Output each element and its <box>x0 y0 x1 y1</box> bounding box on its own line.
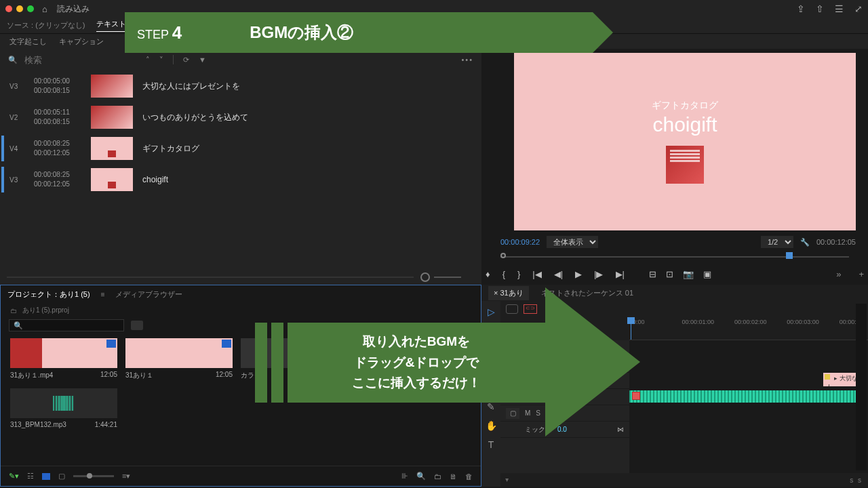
nest-icon[interactable]: ⊂⊃ <box>524 304 537 314</box>
mark-in-icon[interactable]: { <box>502 269 505 279</box>
workspace-label[interactable]: 読み込み <box>57 3 90 15</box>
next-match-icon[interactable]: ˅ <box>159 56 163 64</box>
current-timecode[interactable]: 00:00:09:22 <box>500 238 540 246</box>
mark-out-icon[interactable]: } <box>517 269 520 279</box>
track-a2[interactable]: ▢MS🎤 <box>500 405 629 422</box>
search-icon[interactable]: 🔍 <box>8 56 18 64</box>
new-bin-icon[interactable] <box>131 321 143 330</box>
refresh-icon[interactable]: ⟳ <box>183 56 189 64</box>
project-item[interactable]: 31あり１12:05 <box>125 338 233 380</box>
subtab-transcribe[interactable]: 文字起こし <box>9 37 47 47</box>
freeform-view-icon[interactable]: ▢ <box>58 472 65 481</box>
panel-menu-icon[interactable]: ≡ <box>101 291 105 298</box>
add-button-icon[interactable]: + <box>859 269 864 279</box>
prev-match-icon[interactable]: ˄ <box>146 56 150 64</box>
project-grid[interactable]: 31あり１.mp412:05 31あり１12:05 カラー ネストされたシーケン… <box>1 333 481 466</box>
preview-subtitle: ギフトカタログ <box>652 100 718 112</box>
transport-controls: ♦ { } |◀ ◀| ▶ |▶ ▶| ⊟ ⊡ 📷 ▣ » + <box>486 263 864 285</box>
fit-dropdown[interactable]: 全体表示 <box>547 236 598 248</box>
search-input[interactable] <box>24 55 139 65</box>
automate-icon[interactable]: ⊪ <box>401 472 408 481</box>
quick-export-icon[interactable]: ⇪ <box>797 3 805 14</box>
export-frame-icon[interactable]: 📷 <box>683 269 694 279</box>
bin-icon[interactable]: 🗀 <box>10 307 17 314</box>
project-item[interactable]: カラー <box>241 338 348 380</box>
project-item[interactable]: 313_BPM132.mp31:44:21 <box>10 388 117 428</box>
playhead[interactable] <box>631 317 631 340</box>
thumbnail-size-slider[interactable] <box>73 475 114 477</box>
project-panel: プロジェクト：あり1 (5) ≡ メディアブラウザー 🗀 あり1 (5).prp… <box>0 285 481 487</box>
go-in-icon[interactable]: |◀ <box>532 269 541 279</box>
maximize-window-icon[interactable] <box>27 5 34 12</box>
timeline-content[interactable]: ▸ 大切な人 <box>629 340 868 473</box>
go-out-icon[interactable]: ▶| <box>616 269 625 279</box>
expand-icon[interactable]: ▸ <box>504 479 511 482</box>
button-editor-icon[interactable]: » <box>836 269 841 279</box>
tab-project[interactable]: プロジェクト：あり1 (5) <box>7 289 90 300</box>
play-icon[interactable]: ▶ <box>575 269 582 279</box>
caption-row[interactable]: V3 00:00:08:2500:00:12:05 choigift <box>7 164 475 195</box>
track-mix[interactable]: ミックス0.0⋈ <box>500 422 629 438</box>
pencil-icon[interactable]: ✎▾ <box>9 472 19 481</box>
compare-icon[interactable]: ▣ <box>703 269 711 279</box>
caption-row[interactable]: V2 00:00:05:1100:00:08:15 いつものありがとうを込めて <box>7 102 475 133</box>
time-ruler[interactable]: 00:00 00:00:01:00 00:00:02:00 00:00:03:0… <box>629 317 868 340</box>
track-a1[interactable]: ▢MS🎤 <box>500 389 629 405</box>
list-view-icon[interactable]: ☷ <box>27 472 34 481</box>
track-v1[interactable]: ▢MS🎤 <box>500 373 629 389</box>
filter-icon[interactable]: ▼ <box>199 56 206 64</box>
icon-view-icon[interactable] <box>42 473 50 480</box>
hand-tool-icon[interactable]: ✋ <box>486 420 497 431</box>
track-headers: ▢MS🎤 ▢MS🎤 ▢MS🎤 ミックス0.0⋈ <box>500 340 629 473</box>
track-select-tool-icon[interactable]: ⇥ <box>487 325 495 336</box>
settings-icon[interactable]: 🔧 <box>800 238 810 247</box>
project-search-input[interactable] <box>9 319 124 331</box>
lift-icon[interactable]: ⊟ <box>649 269 656 279</box>
tab-media-browser[interactable]: メディアブラウザー <box>115 289 182 300</box>
pen-tool-icon[interactable]: ✎ <box>487 401 495 412</box>
project-filename: あり1 (5).prproj <box>22 306 69 315</box>
preview-canvas[interactable]: ギフトカタログ choigift <box>514 53 856 230</box>
caption-row[interactable]: V4 00:00:08:2500:00:12:05 ギフトカタログ <box>7 133 475 164</box>
add-marker-icon[interactable]: ♦ <box>486 269 490 279</box>
close-window-icon[interactable] <box>5 5 12 12</box>
caption-row[interactable]: V3 00:00:05:0000:00:08:15 大切な人にはプレゼントを <box>7 70 475 102</box>
tab-source[interactable]: ソース : (クリップなし) <box>7 20 85 30</box>
program-monitor: ギフトカタログ choigift 00:00:09:22 全体表示 1/2 🔧 … <box>481 49 868 285</box>
share-icon[interactable]: ⇧ <box>816 3 824 14</box>
project-item[interactable]: 31あり１.mp412:05 <box>10 338 117 380</box>
home-icon[interactable]: ⌂ <box>42 4 47 14</box>
find-icon[interactable]: 🔍 <box>416 472 426 481</box>
new-item-icon[interactable]: 🗎 <box>450 472 457 481</box>
link-icon[interactable] <box>506 304 518 314</box>
tutorial-banner: STEP 4 BGMの挿入② <box>125 12 593 53</box>
workspace-menu-icon[interactable]: ☰ <box>835 3 844 14</box>
fullscreen-icon[interactable]: ⤢ <box>854 3 863 14</box>
panel-menu-icon[interactable]: ••• <box>461 56 473 64</box>
subtab-caption[interactable]: キャプション <box>59 37 104 47</box>
resolution-dropdown[interactable]: 1/2 <box>761 236 793 248</box>
minimize-window-icon[interactable] <box>16 5 23 12</box>
new-bin-icon[interactable]: 🗀 <box>434 472 441 481</box>
timeline-tab-2[interactable]: ネストされたシーケンス 01 <box>536 286 639 300</box>
ripple-tool-icon[interactable]: ✧ <box>487 344 495 355</box>
tab-text[interactable]: テキスト <box>96 19 126 32</box>
scrub-bar[interactable] <box>500 251 849 263</box>
step-back-icon[interactable]: ◀| <box>554 269 563 279</box>
timeline-panel: × 31あり ネストされたシーケンス 01 ▷ ⇥ ✧ ✂ ↔ ✎ ✋ T ⊂⊃ <box>481 285 868 487</box>
zoom-scrollbar[interactable] <box>0 270 481 285</box>
trash-icon[interactable]: 🗑 <box>465 472 473 481</box>
audio-clip[interactable] <box>629 390 864 403</box>
extract-icon[interactable]: ⊡ <box>666 269 673 279</box>
slip-tool-icon[interactable]: ↔ <box>486 382 496 393</box>
timeline-tab-1[interactable]: × 31あり <box>488 286 529 300</box>
step-fwd-icon[interactable]: |▶ <box>594 269 603 279</box>
razor-tool-icon[interactable]: ✂ <box>487 363 495 374</box>
sort-icon[interactable]: ≡▾ <box>122 472 130 481</box>
selection-tool-icon[interactable]: ▷ <box>488 306 495 317</box>
captions-panel: 🔍 ˄ ˅ ⟳ ▼ ••• V3 00:00:05:0000:00:08:15 … <box>0 49 481 285</box>
window-controls[interactable] <box>5 5 34 12</box>
type-tool-icon[interactable]: T <box>488 439 494 450</box>
project-item[interactable]: ネストされたシーケンス 0112:05 <box>356 338 463 380</box>
caption-list[interactable]: V3 00:00:05:0000:00:08:15 大切な人にはプレゼントをV2… <box>0 70 481 270</box>
